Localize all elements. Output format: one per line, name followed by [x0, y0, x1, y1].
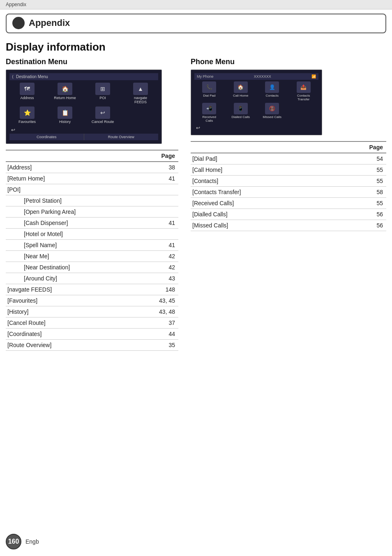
main-content: Display information Destination Menu ⟨ D… — [0, 33, 392, 351]
route-overview-label: Route Overview — [84, 134, 159, 140]
header-title: Appendix — [29, 18, 70, 28]
dest-table-page: 38 — [154, 162, 178, 173]
dest-icon-address: 🗺 Address — [16, 83, 39, 104]
phone-table-label: [Contacts] — [191, 176, 362, 187]
dest-table-label: [Around City] — [6, 273, 154, 284]
phone-back-row: ↩ — [194, 124, 318, 132]
dest-table-label: [Cancel Route] — [6, 317, 154, 329]
dest-icon-return-home: 🏠 Return Home — [53, 83, 76, 104]
phone-status-right: 📶 — [311, 74, 316, 79]
dest-table-page: 44 — [154, 329, 178, 340]
phone-icon-transfer: 📤 Contacts Transfer — [293, 81, 314, 101]
dest-table-label: [Near Destination] — [6, 262, 154, 273]
dest-icon-placeholder — [129, 107, 152, 124]
received-calls-icon: 📲 — [202, 103, 216, 114]
table-row: [navgate FEEDS]148 — [6, 284, 178, 295]
phone-empty-icon — [297, 103, 311, 114]
dest-icons-row1: 🗺 Address 🏠 Return Home ⊞ POI ▲ navgate … — [9, 83, 158, 104]
dest-menu-header-icon: ⟨ — [12, 74, 14, 79]
phone-table-label: [Call Home] — [191, 164, 362, 176]
destination-menu-title: Destination Menu — [6, 58, 178, 66]
dest-icon-cancel: ↩ Cancel Route — [91, 107, 114, 124]
dest-table-label: [Route Overview] — [6, 340, 154, 351]
contacts-transfer-icon: 📤 — [297, 81, 311, 93]
return-home-icon: 🏠 — [58, 83, 72, 95]
phone-menu-section: Phone Menu My Phone XXXXXXX 📶 📞 Dial Pad… — [191, 58, 386, 231]
phone-icon-empty — [293, 103, 314, 123]
phone-icon-received: 📲 Received Calls — [198, 103, 220, 123]
dialpad-icon: 📞 — [202, 81, 216, 93]
phone-menu-title: Phone Menu — [191, 58, 386, 66]
phone-col-label-header — [191, 141, 362, 153]
phone-icon-dialled: 📱 Dialled Calls — [230, 103, 251, 123]
table-row: [Received Calls]55 — [191, 198, 386, 209]
table-row: [Cash Dispenser]41 — [6, 218, 178, 229]
dest-menu-header: ⟨ Destination Menu — [9, 73, 158, 80]
phone-top-bar: My Phone XXXXXXX 📶 — [194, 73, 318, 80]
phone-table-label: [Missed Calls] — [191, 220, 362, 231]
page-number-badge: 160 — [6, 534, 21, 549]
destination-menu-section: Destination Menu ⟨ Destination Menu 🗺 Ad… — [6, 58, 178, 351]
phone-menu-screenshot: My Phone XXXXXXX 📶 📞 Dial Pad 🏠 Call Hom… — [191, 70, 322, 135]
table-row: [POI] — [6, 184, 178, 195]
contacts-icon: 👤 — [265, 81, 279, 93]
table-row: [Spell Name]41 — [6, 240, 178, 251]
phone-table-page: 56 — [362, 220, 386, 231]
phone-table-page: 55 — [362, 164, 386, 176]
dest-table-page: 43, 48 — [154, 306, 178, 317]
phone-status-left: My Phone — [197, 74, 214, 79]
table-row: [Address]38 — [6, 162, 178, 173]
feeds-icon: ▲ — [133, 83, 148, 95]
coord-label: Coordinates — [9, 134, 84, 140]
dest-back-row: ↩ — [9, 126, 158, 134]
dest-icon-history: 📋 History — [53, 107, 76, 124]
footer-language: Engb — [25, 538, 39, 545]
dest-table-label: [Cash Dispenser] — [6, 218, 154, 229]
dest-table-page: 41 — [154, 240, 178, 251]
dest-table-label: [Coordinates] — [6, 329, 154, 340]
page-header: Appendix — [6, 14, 386, 33]
dest-table-label: [Hotel or Motel] — [6, 229, 154, 240]
destination-table: Page [Address]38[Return Home]41[POI][Pet… — [6, 150, 178, 351]
dest-table-label: [Petrol Station] — [6, 195, 154, 206]
table-row: [Return Home]41 — [6, 173, 178, 184]
dest-table-page: 43, 45 — [154, 295, 178, 306]
phone-table-label: [Contacts Transfer] — [191, 187, 362, 198]
phone-table-body: [Dial Pad]54[Call Home]55[Contacts]55[Co… — [191, 153, 386, 231]
phone-table: Page [Dial Pad]54[Call Home]55[Contacts]… — [191, 141, 386, 231]
dest-table-page: 42 — [154, 251, 178, 262]
history-icon: 📋 — [58, 107, 72, 119]
dest-table-label: [Open Parking Area] — [6, 206, 154, 218]
table-row: [Near Me]42 — [6, 251, 178, 262]
phone-table-label: [Received Calls] — [191, 198, 362, 209]
phone-table-label: [Dialled Calls] — [191, 209, 362, 220]
dest-icons-row2: ⭐ Favourites 📋 History ↩ Cancel Route — [9, 107, 158, 124]
dest-table-page — [154, 184, 178, 195]
dest-table-label: [Address] — [6, 162, 154, 173]
table-row: [Contacts Transfer]58 — [191, 187, 386, 198]
table-row: [Cancel Route]37 — [6, 317, 178, 329]
table-row: [Around City]43 — [6, 273, 178, 284]
page-title: Display information — [6, 41, 386, 53]
dest-table-page: 41 — [154, 218, 178, 229]
table-row: [Contacts]55 — [191, 176, 386, 187]
favourites-icon: ⭐ — [20, 107, 35, 119]
page-footer: 160 Engb — [6, 534, 386, 549]
phone-table-header-row: Page — [191, 141, 386, 153]
dialled-calls-icon: 📱 — [234, 103, 248, 114]
phone-icon-contacts: 👤 Contacts — [261, 81, 283, 101]
dest-table-page: 42 — [154, 262, 178, 273]
dest-table-label: [Return Home] — [6, 173, 154, 184]
missed-calls-icon: 📵 — [265, 103, 279, 114]
table-row: [Call Home]55 — [191, 164, 386, 176]
dest-table-label: [Spell Name] — [6, 240, 154, 251]
dest-table-page: 148 — [154, 284, 178, 295]
dest-icon-feeds: ▲ navgate FEEDS — [129, 83, 152, 104]
phone-icon-callhome: 🏠 Call Home — [230, 81, 251, 101]
empty-icon — [133, 107, 148, 119]
poi-icon: ⊞ — [95, 83, 110, 95]
dest-table-page: 41 — [154, 173, 178, 184]
address-icon: 🗺 — [20, 83, 35, 95]
breadcrumb: Appendix — [0, 0, 392, 9]
two-column-layout: Destination Menu ⟨ Destination Menu 🗺 Ad… — [6, 58, 386, 351]
